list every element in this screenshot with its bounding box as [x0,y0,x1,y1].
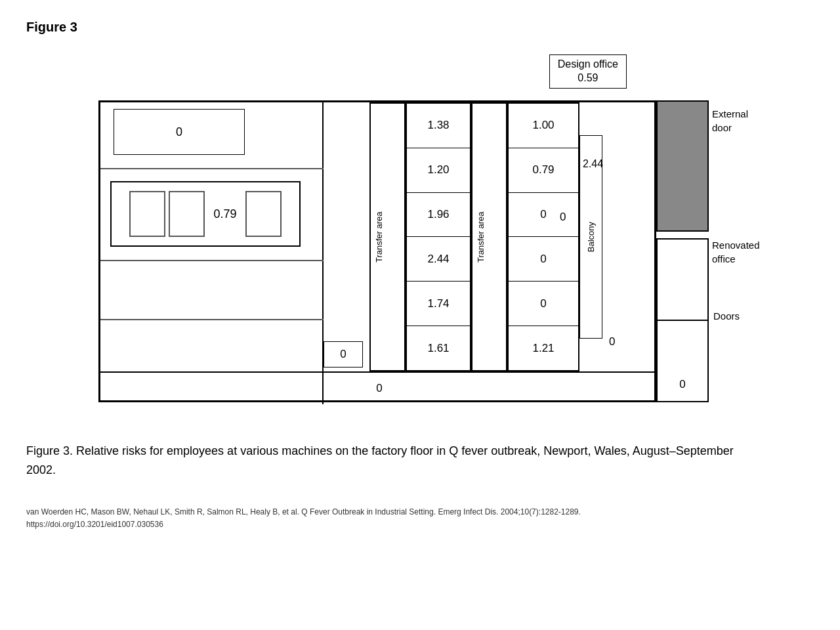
rcell-5: 0 [509,282,578,326]
transfer-area-right: Transfer area [471,102,507,371]
zero-mid: 0 [560,211,566,224]
left-hline-3 [100,319,324,320]
rcell-3: 0 [509,193,578,238]
cell-3: 1.96 [407,193,470,238]
rcell-2: 0.79 [509,148,578,193]
design-office-label: Design office 0.59 [549,54,627,89]
cell-5: 1.74 [407,282,470,326]
balcony-col: Balcony [579,135,602,339]
balcony-right-zero-top: 0 [609,335,615,348]
external-door [656,100,709,232]
machine-shape: 0.79 [110,181,301,247]
middle-cells: 1.38 1.20 1.96 2.44 1.74 1.61 [406,102,471,371]
right-side-zero: 0 [658,378,707,391]
right-area: 0 [656,238,709,402]
rcell-1: 1.00 [509,104,578,148]
right-cells: 1.00 0.79 0 0 0 1.21 [507,102,579,371]
diagram-container: Design office 0.59 0 0.79 0 [92,54,748,422]
left-section: 0 0.79 [100,102,324,404]
machine-value: 0.79 [213,207,236,221]
left-top-box: 0 [114,109,245,155]
small-zero-box: 0 [324,341,363,368]
machine-inner-left2 [169,191,205,237]
transfer-area-left: Transfer area [369,102,406,371]
transfer-left-label: Transfer area [371,104,387,370]
machine-inner-left [129,191,165,237]
machine-inner-right [245,191,282,237]
rcell-4: 0 [509,237,578,282]
main-box: 0 0.79 0 Transfer area 1.38 1.20 1.96 2.… [98,100,656,402]
balcony-label: Balcony [586,222,596,252]
caption: Figure 3. Relative risks for employees a… [26,442,748,480]
renovated-office-label: Renovatedoffice [712,238,760,266]
transfer-right-label: Transfer area [472,104,489,370]
external-door-label: Externaldoor [712,107,748,135]
figure-title: Figure 3 [26,20,814,35]
cell-1: 1.38 [407,104,470,148]
left-hline-2 [100,260,324,261]
left-hline-1 [100,168,324,169]
cell-6: 1.61 [407,326,470,370]
rcell-6: 1.21 [509,326,578,370]
cell-2: 1.20 [407,148,470,193]
bottom-row: 0 [100,371,658,404]
cell-4: 2.44 [407,237,470,282]
doors-label: Doors [713,310,740,322]
citation: van Woerden HC, Mason BW, Nehaul LK, Smi… [26,506,814,531]
